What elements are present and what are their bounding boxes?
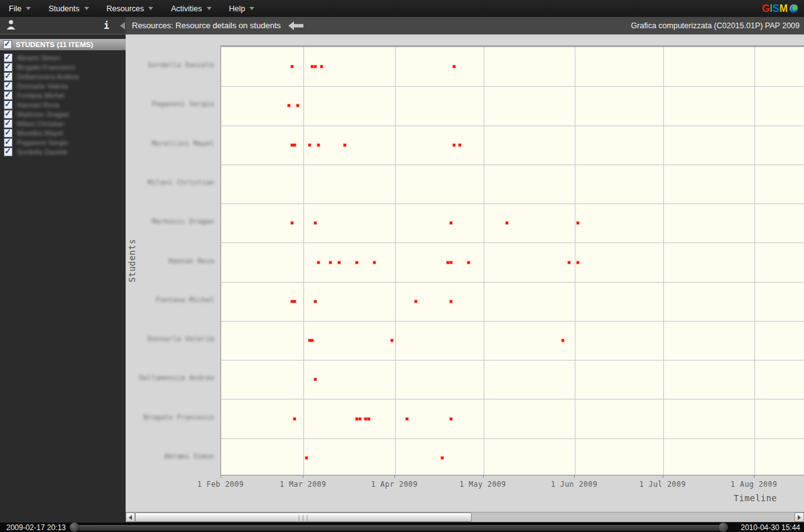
student-checkbox[interactable] xyxy=(4,119,13,128)
student-checkbox[interactable] xyxy=(4,129,13,138)
logo-letter: S xyxy=(773,3,780,14)
scroll-right-button[interactable] xyxy=(795,513,804,522)
student-checkbox[interactable] xyxy=(4,82,13,90)
menu-activities[interactable]: Activities xyxy=(162,0,220,17)
data-point xyxy=(359,418,361,420)
row-gridline xyxy=(221,399,804,399)
student-checkbox[interactable] xyxy=(4,138,13,147)
data-point xyxy=(344,144,346,146)
menu-students[interactable]: Students xyxy=(40,0,97,17)
info-icon[interactable]: i xyxy=(104,20,109,31)
menu-label: Resources xyxy=(107,4,144,13)
collapse-left-icon[interactable] xyxy=(120,22,125,30)
student-list-item[interactable]: Dellamonica Andrea xyxy=(0,72,126,81)
student-list-item[interactable]: Markovic Dragan xyxy=(0,109,126,119)
x-tick-label: 1 Aug 2009 xyxy=(722,480,785,489)
x-tick-label: 1 Jul 2009 xyxy=(631,480,694,489)
data-point xyxy=(293,144,296,146)
student-list-item[interactable]: Paganoni Sergio xyxy=(0,138,126,147)
student-list-item[interactable]: Fontana Michel xyxy=(0,90,126,100)
range-end-time: 2010-04-30 15:44 xyxy=(741,523,800,532)
student-list-item[interactable]: Hannan Reza xyxy=(0,100,126,109)
row-gridline xyxy=(221,360,804,361)
range-start-time: 2009-02-17 20:13 xyxy=(6,523,66,532)
student-checkbox[interactable] xyxy=(4,91,13,100)
data-point xyxy=(314,378,317,381)
slider-groove[interactable] xyxy=(74,525,724,531)
data-point xyxy=(356,418,358,420)
student-checkbox[interactable] xyxy=(4,63,13,72)
menu-items: FileStudentsResourcesActivitiesHelp xyxy=(0,0,263,17)
students-header-label: STUDENTS (11 ITEMS) xyxy=(16,41,93,48)
x-tick-label: 1 Apr 2009 xyxy=(363,480,426,489)
toolbar-sidebar-section: i xyxy=(0,17,126,34)
student-checkbox[interactable] xyxy=(4,110,13,119)
data-point xyxy=(320,65,323,68)
student-checkbox[interactable] xyxy=(4,148,13,156)
data-point xyxy=(317,261,320,264)
slider-handle-left[interactable] xyxy=(70,523,79,532)
row-gridline xyxy=(221,126,804,126)
row-gridline xyxy=(221,165,804,165)
row-gridline xyxy=(221,204,804,204)
y-tick-label: Paganoni Sergio xyxy=(126,100,214,108)
data-point xyxy=(450,300,452,303)
month-gridline xyxy=(575,47,575,475)
student-list-item[interactable]: Milani Christian xyxy=(0,119,126,128)
data-point xyxy=(314,65,317,68)
y-tick-label: Fontana Michel xyxy=(126,296,214,304)
chart-area: Sordella DanielePaganoni SergioMorellini… xyxy=(126,35,804,512)
y-tick-label: Markovic Dragan xyxy=(126,217,214,225)
student-list-item[interactable]: Sordella Daniele xyxy=(0,147,126,156)
y-tick-label: Hannan Reza xyxy=(126,257,214,265)
x-axis-tick xyxy=(220,475,221,478)
slider-handle-right[interactable] xyxy=(719,523,728,532)
row-gridline xyxy=(221,321,804,322)
dropdown-caret-icon xyxy=(26,7,31,10)
data-point xyxy=(467,261,470,264)
x-axis-tick xyxy=(663,475,663,478)
student-list-item[interactable]: Brogato Francesco xyxy=(0,62,126,72)
course-label: Grafica computerizzata (C02015.01P) PAP … xyxy=(631,21,800,30)
student-name: Paganoni Sergio xyxy=(17,139,68,146)
data-point xyxy=(291,144,293,146)
data-point xyxy=(308,339,311,342)
globe-icon xyxy=(790,4,798,13)
student-name: Hannan Reza xyxy=(17,101,59,109)
y-tick-label: Abrami Simon xyxy=(126,452,214,460)
scroll-left-button[interactable] xyxy=(126,513,135,522)
y-tick-label: Dellamonica Andrea xyxy=(126,374,214,382)
data-point xyxy=(406,418,408,420)
student-list-item[interactable]: Donnarla Valeria xyxy=(0,81,126,90)
data-point xyxy=(291,65,293,68)
horizontal-scrollbar[interactable]: ||| xyxy=(126,512,804,522)
data-point xyxy=(308,144,311,146)
data-point xyxy=(577,261,579,264)
data-point xyxy=(329,261,332,264)
menu-resources[interactable]: Resources xyxy=(98,0,163,17)
data-point xyxy=(314,300,317,303)
student-checkbox[interactable] xyxy=(4,53,13,62)
students-select-all-checkbox[interactable] xyxy=(3,40,12,49)
toolbar: i Resources: Resource details on student… xyxy=(0,17,804,35)
x-axis-title: Timeline xyxy=(734,493,777,503)
back-arrow-icon[interactable] xyxy=(288,21,303,30)
student-checkbox[interactable] xyxy=(4,100,13,109)
data-point xyxy=(364,418,367,420)
student-checkbox[interactable] xyxy=(4,72,13,81)
menu-file[interactable]: File xyxy=(0,0,40,17)
month-gridline xyxy=(303,47,304,475)
student-name: Dellamonica Andrea xyxy=(17,73,79,80)
scrollbar-thumb[interactable]: ||| xyxy=(135,513,472,522)
data-point xyxy=(506,222,508,224)
x-tick-label: 1 Feb 2009 xyxy=(189,480,252,489)
menu-help[interactable]: Help xyxy=(220,0,264,17)
panel-title: Resources: Resource details on students xyxy=(132,21,281,30)
x-axis-tick xyxy=(394,475,395,478)
month-gridline xyxy=(484,47,484,475)
y-tick-label: Milani Christian xyxy=(126,178,214,187)
student-list-item[interactable]: Morellini Mayel xyxy=(0,128,126,138)
student-list-item[interactable]: Abrami Simon xyxy=(0,53,126,62)
month-gridline xyxy=(663,47,664,475)
data-point xyxy=(450,222,452,224)
